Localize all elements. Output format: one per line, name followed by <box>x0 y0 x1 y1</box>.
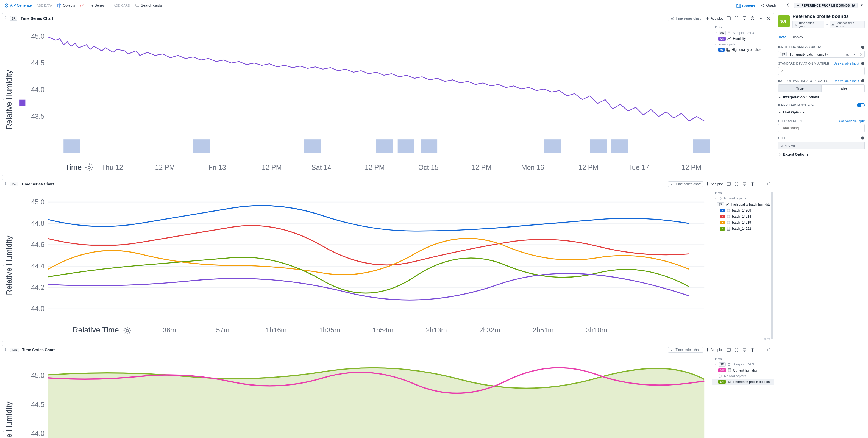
tab-data[interactable]: Data <box>778 33 787 41</box>
objects-button[interactable]: Objects <box>55 2 77 9</box>
svg-text:Relative Humidity: Relative Humidity <box>5 70 13 129</box>
type-pill: Bounded time series <box>830 21 865 28</box>
events-title: Events plots <box>719 42 735 46</box>
svg-text:44.0: 44.0 <box>31 86 44 93</box>
chart-region[interactable]: Relative Humidity 45.0 44.8 44.6 44.4 44… <box>2 189 712 342</box>
header-pill[interactable]: REFERENCE PROFILE BOUNDS <box>794 3 858 8</box>
chevron-right-icon <box>778 153 781 156</box>
plot-badge: $JF <box>718 380 726 384</box>
plot-section[interactable]: $D Steeping Vat 3 <box>712 30 774 36</box>
tsg-chip-field[interactable]: $X High quality batch humidity <box>778 51 844 58</box>
settings-button[interactable] <box>749 347 756 353</box>
toggle-panel-button[interactable] <box>725 181 732 187</box>
chip-chart-button[interactable] <box>844 51 851 58</box>
tab-display[interactable]: Display <box>791 33 804 41</box>
close-card-button[interactable] <box>765 347 772 353</box>
plot-section[interactable]: $X High quality batch humidity <box>712 201 774 207</box>
card-badge: $JD <box>10 348 19 352</box>
add-plot-button[interactable]: Add plot <box>704 347 724 353</box>
plot-row-batch[interactable]: 1 batch_14208 <box>712 207 774 213</box>
series-swatch: 4 <box>720 227 725 231</box>
drag-handle[interactable] <box>4 347 8 353</box>
svg-rect-40 <box>693 139 710 153</box>
plot-row[interactable]: $JL Humidity <box>712 36 774 42</box>
add-plot-button[interactable]: Add plot <box>704 181 724 187</box>
section-label: Steeping Vat 3 <box>733 31 754 35</box>
timeseries-button[interactable]: Time Series <box>78 2 107 9</box>
plot-section[interactable]: $D Steeping Vat 3 <box>712 361 774 368</box>
tab-canvas[interactable]: Canvas <box>734 2 757 10</box>
chart-svg-1: Relative Humidity 45.0 44.5 44.0 43.5 <box>2 23 712 176</box>
tab-graph[interactable]: Graph <box>758 2 778 9</box>
toggle-panel-button[interactable] <box>725 347 732 353</box>
more-button[interactable] <box>757 347 764 353</box>
hatch-icon <box>726 214 731 218</box>
use-variable-link[interactable]: Use variable input <box>839 119 865 122</box>
tsg-field-row: $X High quality batch humidity <box>778 51 865 58</box>
close-card-button[interactable] <box>765 181 772 187</box>
area-icon <box>797 4 800 7</box>
search-icon <box>135 3 140 8</box>
side-badge: $JF <box>778 16 790 27</box>
use-variable-link[interactable]: Use variable input <box>834 79 859 82</box>
use-variable-link[interactable]: Use variable input <box>834 62 859 65</box>
chart-type-selector[interactable]: Time series chart <box>668 16 703 21</box>
events-section[interactable]: Events plots <box>712 42 774 47</box>
close-panel-button[interactable] <box>859 2 866 9</box>
gear-icon <box>750 16 754 20</box>
stddev-input[interactable] <box>778 67 865 75</box>
expand-button[interactable] <box>733 15 740 22</box>
chip-dropdown-button[interactable] <box>851 51 858 58</box>
more-button[interactable] <box>757 181 764 187</box>
drag-icon <box>5 16 8 20</box>
drag-handle[interactable] <box>4 181 8 186</box>
expand-icon <box>735 182 739 186</box>
plot-row[interactable]: $U High quality batches <box>712 47 774 53</box>
unit-override-input[interactable] <box>778 124 865 132</box>
add-plot-button[interactable]: Add plot <box>704 15 724 22</box>
edge-collapse[interactable] <box>2 96 6 104</box>
more-button[interactable] <box>757 15 764 22</box>
toggle-panel-button[interactable] <box>725 15 732 22</box>
section-interpolation[interactable]: Interpolation Options <box>778 92 865 100</box>
search-cards[interactable]: Search cards <box>133 2 164 9</box>
edge-collapse[interactable] <box>2 428 6 435</box>
section-extent[interactable]: Extent Options <box>778 149 865 157</box>
present-button[interactable] <box>741 181 748 187</box>
present-button[interactable] <box>741 15 748 22</box>
plot-row-batch[interactable]: 3 batch_14219 <box>712 220 774 226</box>
inherit-toggle[interactable] <box>857 103 865 108</box>
settings-button[interactable] <box>749 15 756 22</box>
chart-type-selector[interactable]: Time series chart <box>668 347 703 353</box>
info-icon <box>861 79 865 83</box>
settings-button[interactable] <box>749 181 756 187</box>
segment-true[interactable]: True <box>778 84 822 92</box>
edge-collapse[interactable] <box>2 262 6 269</box>
plot-row-batch[interactable]: 2 batch_14214 <box>712 213 774 220</box>
back-button[interactable] <box>784 2 792 9</box>
chevron-down-icon <box>714 197 717 200</box>
close-card-button[interactable] <box>765 15 772 22</box>
chart-type-selector[interactable]: Time series chart <box>668 181 703 187</box>
expand-button[interactable] <box>733 181 740 187</box>
side-title: Reference profile bounds <box>793 14 865 19</box>
drag-handle[interactable] <box>4 16 8 21</box>
timeseries-icon <box>727 37 731 41</box>
chip-clear-button[interactable] <box>858 51 865 58</box>
chart-icon <box>725 203 729 206</box>
chart-region[interactable]: Relative Humidity 45.0 44.5 44.0 43.5 <box>2 355 712 438</box>
scrollbar[interactable] <box>771 192 773 339</box>
aip-generate[interactable]: AIP Generate <box>2 2 34 9</box>
svg-text:1h16m: 1h16m <box>266 326 286 334</box>
section-unit[interactable]: Unit Options <box>778 108 865 115</box>
no-root-row: No root objects <box>712 196 774 201</box>
plot-row-batch[interactable]: 4 batch_14222 <box>712 226 774 232</box>
segment-false[interactable]: False <box>822 84 865 92</box>
plot-row-selected[interactable]: $JF Reference profile bounds <box>712 379 774 385</box>
chart-region[interactable]: Relative Humidity 45.0 44.5 44.0 43.5 <box>2 23 712 176</box>
svg-text:57m: 57m <box>216 326 229 334</box>
expand-button[interactable] <box>733 347 740 353</box>
plot-row[interactable]: $JP Current humidity <box>712 368 774 373</box>
present-button[interactable] <box>741 347 748 353</box>
dots-icon <box>758 348 763 352</box>
